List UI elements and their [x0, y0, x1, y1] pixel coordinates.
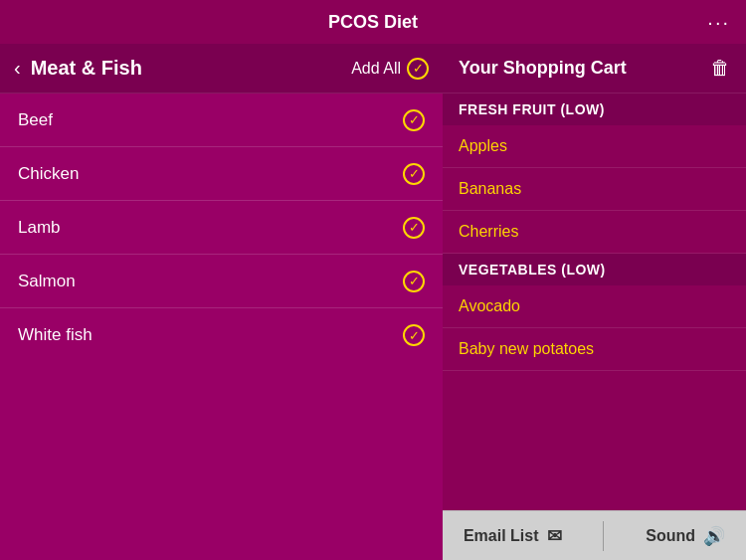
food-list-item[interactable]: Beef ✓ [0, 93, 443, 147]
food-list: Beef ✓ Chicken ✓ Lamb ✓ Salmon ✓ White f… [0, 93, 443, 362]
cart-item[interactable]: Apples [443, 125, 746, 168]
food-item-name: White fish [18, 325, 93, 345]
cart-item[interactable]: Cherries [443, 211, 746, 254]
food-list-item[interactable]: White fish ✓ [0, 308, 443, 362]
email-list-button[interactable]: Email List ✉ [464, 525, 562, 547]
cart-title: Your Shopping Cart [459, 58, 627, 79]
item-check-icon: ✓ [403, 271, 425, 292]
app-header: PCOS Diet ··· [0, 0, 746, 44]
bottom-bar-divider [603, 521, 604, 551]
cart-item-name: Bananas [459, 180, 521, 197]
cart-category-header: VEGETABLES (LOW) [443, 254, 746, 285]
main-container: ‹ Meat & Fish Add All ✓ Beef ✓ Chicken ✓… [0, 44, 746, 560]
food-item-name: Lamb [18, 218, 61, 238]
trash-button[interactable]: 🗑 [710, 57, 730, 80]
cart-item-name: Avocado [459, 297, 520, 314]
food-list-item[interactable]: Salmon ✓ [0, 255, 443, 308]
food-item-name: Beef [18, 110, 53, 130]
cart-content: FRESH FRUIT (LOW)ApplesBananasCherriesVE… [443, 93, 746, 510]
sound-icon: 🔊 [703, 525, 725, 547]
bottom-bar: Email List ✉ Sound 🔊 [443, 510, 746, 560]
cart-category-header: FRESH FRUIT (LOW) [443, 93, 746, 125]
add-all-check-icon: ✓ [407, 58, 429, 80]
food-list-item[interactable]: Lamb ✓ [0, 201, 443, 255]
add-all-label: Add All [351, 60, 401, 78]
sound-label: Sound [646, 527, 695, 545]
right-panel: Your Shopping Cart 🗑 FRESH FRUIT (LOW)Ap… [443, 44, 746, 560]
left-panel-header: ‹ Meat & Fish Add All ✓ [0, 44, 443, 93]
left-panel: ‹ Meat & Fish Add All ✓ Beef ✓ Chicken ✓… [0, 44, 443, 560]
cart-item-name: Apples [459, 137, 507, 154]
email-list-label: Email List [464, 527, 539, 545]
back-button[interactable]: ‹ [14, 57, 21, 80]
item-check-icon: ✓ [403, 163, 425, 185]
add-all-button[interactable]: Add All ✓ [351, 58, 429, 80]
item-check-icon: ✓ [403, 109, 425, 131]
cart-header: Your Shopping Cart 🗑 [443, 44, 746, 93]
app-title: PCOS Diet [328, 12, 418, 33]
email-icon: ✉ [547, 525, 562, 547]
cart-item[interactable]: Bananas [443, 168, 746, 211]
cart-item[interactable]: Baby new potatoes [443, 328, 746, 371]
item-check-icon: ✓ [403, 217, 425, 239]
item-check-icon: ✓ [403, 324, 425, 346]
food-item-name: Chicken [18, 164, 79, 184]
more-options-button[interactable]: ··· [707, 11, 730, 34]
sound-button[interactable]: Sound 🔊 [646, 525, 725, 547]
left-panel-title: Meat & Fish [31, 57, 352, 80]
cart-item-name: Cherries [459, 223, 518, 240]
cart-item[interactable]: Avocado [443, 285, 746, 328]
cart-item-name: Baby new potatoes [459, 340, 594, 357]
food-list-item[interactable]: Chicken ✓ [0, 147, 443, 201]
food-item-name: Salmon [18, 272, 76, 291]
